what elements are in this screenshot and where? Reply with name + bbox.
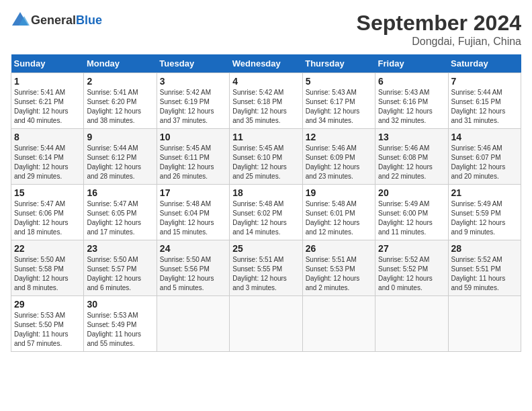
- calendar-cell: 1Sunrise: 5:41 AM Sunset: 6:21 PM Daylig…: [11, 73, 84, 129]
- day-info: Sunrise: 5:44 AM Sunset: 6:15 PM Dayligh…: [451, 88, 518, 126]
- logo-icon: [11, 11, 30, 30]
- calendar-cell: 4Sunrise: 5:42 AM Sunset: 6:18 PM Daylig…: [230, 73, 302, 129]
- week-row-3: 15Sunrise: 5:47 AM Sunset: 6:06 PM Dayli…: [11, 185, 521, 240]
- calendar-cell: [302, 296, 375, 352]
- day-number: 12: [306, 132, 372, 142]
- title-area: September 2024 Dongdai, Fujian, China: [357, 11, 521, 48]
- day-number: 21: [451, 187, 518, 198]
- calendar-cell: 6Sunrise: 5:43 AM Sunset: 6:16 PM Daylig…: [375, 73, 448, 129]
- day-number: 30: [87, 299, 153, 310]
- calendar-cell: 7Sunrise: 5:44 AM Sunset: 6:15 PM Daylig…: [448, 73, 521, 129]
- month-title: September 2024: [357, 11, 521, 36]
- calendar-cell: 29Sunrise: 5:53 AM Sunset: 5:50 PM Dayli…: [11, 296, 84, 352]
- calendar-cell: [448, 296, 521, 352]
- day-number: 6: [378, 76, 445, 87]
- calendar-cell: 18Sunrise: 5:48 AM Sunset: 6:02 PM Dayli…: [230, 185, 302, 240]
- day-info: Sunrise: 5:53 AM Sunset: 5:49 PM Dayligh…: [87, 311, 153, 349]
- logo: GeneralBlue: [11, 11, 102, 30]
- calendar-cell: 12Sunrise: 5:46 AM Sunset: 6:09 PM Dayli…: [302, 129, 375, 185]
- day-number: 5: [306, 76, 372, 87]
- calendar-cell: 24Sunrise: 5:50 AM Sunset: 5:56 PM Dayli…: [157, 240, 229, 296]
- day-number: 20: [378, 187, 445, 198]
- day-number: 8: [14, 132, 81, 142]
- header-row: SundayMondayTuesdayWednesdayThursdayFrid…: [11, 54, 521, 73]
- calendar-cell: [375, 296, 448, 352]
- day-info: Sunrise: 5:45 AM Sunset: 6:11 PM Dayligh…: [160, 144, 226, 181]
- calendar-cell: 23Sunrise: 5:50 AM Sunset: 5:57 PM Dayli…: [84, 240, 157, 296]
- header-day-saturday: Saturday: [448, 54, 521, 73]
- day-info: Sunrise: 5:41 AM Sunset: 6:20 PM Dayligh…: [87, 88, 153, 126]
- calendar-cell: 26Sunrise: 5:51 AM Sunset: 5:53 PM Dayli…: [302, 240, 375, 296]
- calendar-cell: 15Sunrise: 5:47 AM Sunset: 6:06 PM Dayli…: [11, 185, 84, 240]
- header-day-thursday: Thursday: [302, 54, 375, 73]
- day-number: 23: [87, 243, 153, 254]
- day-number: 26: [306, 243, 372, 254]
- calendar-cell: [230, 296, 302, 352]
- day-info: Sunrise: 5:51 AM Sunset: 5:53 PM Dayligh…: [306, 255, 372, 293]
- day-info: Sunrise: 5:50 AM Sunset: 5:58 PM Dayligh…: [14, 255, 81, 293]
- day-number: 13: [378, 132, 445, 142]
- week-row-4: 22Sunrise: 5:50 AM Sunset: 5:58 PM Dayli…: [11, 240, 521, 296]
- header-day-friday: Friday: [375, 54, 448, 73]
- calendar-cell: 9Sunrise: 5:44 AM Sunset: 6:12 PM Daylig…: [84, 129, 157, 185]
- day-number: 29: [14, 299, 81, 310]
- day-info: Sunrise: 5:47 AM Sunset: 6:05 PM Dayligh…: [87, 199, 153, 237]
- day-info: Sunrise: 5:45 AM Sunset: 6:10 PM Dayligh…: [232, 144, 299, 181]
- calendar-cell: 11Sunrise: 5:45 AM Sunset: 6:10 PM Dayli…: [230, 129, 302, 185]
- day-info: Sunrise: 5:42 AM Sunset: 6:18 PM Dayligh…: [232, 88, 299, 126]
- calendar-cell: 25Sunrise: 5:51 AM Sunset: 5:55 PM Dayli…: [230, 240, 302, 296]
- calendar-cell: 30Sunrise: 5:53 AM Sunset: 5:49 PM Dayli…: [84, 296, 157, 352]
- day-info: Sunrise: 5:46 AM Sunset: 6:07 PM Dayligh…: [451, 144, 518, 181]
- day-info: Sunrise: 5:44 AM Sunset: 6:14 PM Dayligh…: [14, 144, 81, 181]
- calendar-cell: 21Sunrise: 5:49 AM Sunset: 5:59 PM Dayli…: [448, 185, 521, 240]
- day-info: Sunrise: 5:48 AM Sunset: 6:04 PM Dayligh…: [160, 199, 226, 237]
- header-day-tuesday: Tuesday: [157, 54, 229, 73]
- day-info: Sunrise: 5:50 AM Sunset: 5:56 PM Dayligh…: [160, 255, 226, 293]
- day-info: Sunrise: 5:42 AM Sunset: 6:19 PM Dayligh…: [160, 88, 226, 126]
- calendar-cell: 3Sunrise: 5:42 AM Sunset: 6:19 PM Daylig…: [157, 73, 229, 129]
- week-row-2: 8Sunrise: 5:44 AM Sunset: 6:14 PM Daylig…: [11, 129, 521, 185]
- calendar-cell: 16Sunrise: 5:47 AM Sunset: 6:05 PM Dayli…: [84, 185, 157, 240]
- day-number: 27: [378, 243, 445, 254]
- day-info: Sunrise: 5:48 AM Sunset: 6:02 PM Dayligh…: [232, 199, 299, 237]
- day-number: 11: [232, 132, 299, 142]
- calendar-cell: 13Sunrise: 5:46 AM Sunset: 6:08 PM Dayli…: [375, 129, 448, 185]
- day-info: Sunrise: 5:48 AM Sunset: 6:01 PM Dayligh…: [306, 199, 372, 237]
- header-day-sunday: Sunday: [11, 54, 84, 73]
- calendar-cell: [157, 296, 229, 352]
- day-number: 24: [160, 243, 226, 254]
- day-number: 18: [232, 187, 299, 198]
- day-number: 22: [14, 243, 81, 254]
- day-number: 3: [160, 76, 226, 87]
- day-info: Sunrise: 5:47 AM Sunset: 6:06 PM Dayligh…: [14, 199, 81, 237]
- day-info: Sunrise: 5:43 AM Sunset: 6:17 PM Dayligh…: [306, 88, 372, 126]
- week-row-5: 29Sunrise: 5:53 AM Sunset: 5:50 PM Dayli…: [11, 296, 521, 352]
- day-number: 14: [451, 132, 518, 142]
- day-info: Sunrise: 5:46 AM Sunset: 6:09 PM Dayligh…: [306, 144, 372, 181]
- calendar-cell: 27Sunrise: 5:52 AM Sunset: 5:52 PM Dayli…: [375, 240, 448, 296]
- day-number: 19: [306, 187, 372, 198]
- day-info: Sunrise: 5:41 AM Sunset: 6:21 PM Dayligh…: [14, 88, 81, 126]
- calendar-cell: 5Sunrise: 5:43 AM Sunset: 6:17 PM Daylig…: [302, 73, 375, 129]
- day-number: 10: [160, 132, 226, 142]
- day-number: 16: [87, 187, 153, 198]
- week-row-1: 1Sunrise: 5:41 AM Sunset: 6:21 PM Daylig…: [11, 73, 521, 129]
- day-number: 7: [451, 76, 518, 87]
- day-number: 4: [232, 76, 299, 87]
- day-number: 15: [14, 187, 81, 198]
- calendar-cell: 14Sunrise: 5:46 AM Sunset: 6:07 PM Dayli…: [448, 129, 521, 185]
- day-info: Sunrise: 5:46 AM Sunset: 6:08 PM Dayligh…: [378, 144, 445, 181]
- day-info: Sunrise: 5:49 AM Sunset: 5:59 PM Dayligh…: [451, 199, 518, 237]
- calendar-cell: 17Sunrise: 5:48 AM Sunset: 6:04 PM Dayli…: [157, 185, 229, 240]
- day-info: Sunrise: 5:52 AM Sunset: 5:52 PM Dayligh…: [378, 255, 445, 293]
- day-number: 2: [87, 76, 153, 87]
- day-info: Sunrise: 5:53 AM Sunset: 5:50 PM Dayligh…: [14, 311, 81, 349]
- calendar-table: SundayMondayTuesdayWednesdayThursdayFrid…: [11, 54, 521, 352]
- calendar-cell: 8Sunrise: 5:44 AM Sunset: 6:14 PM Daylig…: [11, 129, 84, 185]
- day-number: 1: [14, 76, 81, 87]
- calendar-cell: 2Sunrise: 5:41 AM Sunset: 6:20 PM Daylig…: [84, 73, 157, 129]
- logo-text: GeneralBlue: [31, 13, 102, 28]
- calendar-cell: 20Sunrise: 5:49 AM Sunset: 6:00 PM Dayli…: [375, 185, 448, 240]
- day-info: Sunrise: 5:44 AM Sunset: 6:12 PM Dayligh…: [87, 144, 153, 181]
- calendar-cell: 19Sunrise: 5:48 AM Sunset: 6:01 PM Dayli…: [302, 185, 375, 240]
